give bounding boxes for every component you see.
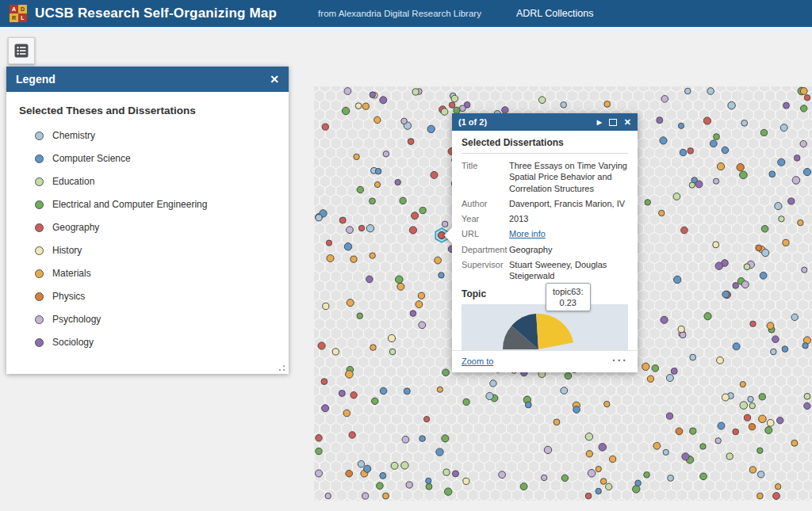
map-dot[interactable] [346,371,354,379]
map-dot[interactable] [653,442,661,449]
map-dot[interactable] [362,493,369,499]
map-dot[interactable] [370,345,377,351]
map-dot[interactable] [391,462,398,469]
map-dot[interactable] [610,456,616,462]
map-dot[interactable] [760,272,767,279]
map-dot[interactable] [635,480,642,486]
legend-header[interactable]: Legend ✕ [6,67,289,92]
map-dot[interactable] [588,470,596,478]
map-dot[interactable] [332,349,339,355]
next-feature-icon[interactable]: ▶ [597,119,602,126]
map-dot[interactable] [644,472,650,479]
map-dot[interactable] [383,493,389,499]
map-dot[interactable] [771,349,777,355]
map-dot[interactable] [325,493,331,498]
map-dot[interactable] [596,488,601,494]
more-info-link[interactable]: More info [509,228,628,239]
popup-header[interactable]: (1 of 2) ▶ ✕ [452,113,638,131]
map-dot[interactable] [380,387,387,395]
map-dot[interactable] [362,103,369,109]
map-dot[interactable] [647,376,653,382]
map-dot[interactable] [666,413,672,419]
map-dot[interactable] [681,227,688,234]
map-dot[interactable] [364,465,371,472]
map-dot[interactable] [757,493,764,499]
maximize-icon[interactable] [609,119,617,126]
map-dot[interactable] [760,129,767,135]
map-dot[interactable] [645,200,650,205]
map-dot[interactable] [728,101,735,109]
map-dot[interactable] [561,387,568,395]
map-dot[interactable] [419,322,426,329]
map-dot[interactable] [388,334,395,341]
topic-pie-chart[interactable]: topic63: 0.23 [462,304,628,350]
map-dot[interactable] [783,239,789,246]
map-dot[interactable] [748,396,753,402]
map-dot[interactable] [759,415,767,423]
map-dot[interactable] [344,243,351,250]
map-dot[interactable] [756,245,762,251]
map-dot[interactable] [499,471,506,479]
map-dot[interactable] [779,216,784,222]
map-dot[interactable] [355,103,362,109]
map-dot[interactable] [791,314,798,320]
map-dot[interactable] [757,448,763,453]
map-dot[interactable] [666,375,673,382]
map-dot[interactable] [707,88,714,95]
map-dot[interactable] [660,137,667,144]
map-dot[interactable] [776,484,781,490]
map-dot[interactable] [339,217,346,223]
map-dot[interactable] [383,151,389,157]
map-dot[interactable] [726,453,733,460]
map-dot[interactable] [671,368,677,374]
legend-toggle-button[interactable] [8,37,35,64]
map-dot[interactable] [350,392,357,399]
map-dot[interactable] [358,461,364,467]
map-dot[interactable] [690,354,696,360]
map-dot[interactable] [426,478,431,483]
adrl-collections-link[interactable]: ADRL Collections [516,8,594,19]
map-dot[interactable] [750,321,756,326]
map-dot[interactable] [372,398,378,404]
map-dot[interactable] [585,493,592,499]
map-dot[interactable] [426,483,432,490]
map-dot[interactable] [427,125,435,132]
map-dot[interactable] [782,346,788,353]
map-dot[interactable] [316,215,322,221]
map-dot[interactable] [767,419,774,426]
map-dot[interactable] [374,181,380,187]
map-dot[interactable] [685,88,691,94]
map-dot[interactable] [678,326,684,333]
map-dot[interactable] [408,139,414,145]
map-dot[interactable] [633,486,640,493]
map-dot[interactable] [778,158,785,166]
map-dot[interactable] [802,267,807,273]
map-dot[interactable] [561,475,568,481]
map-dot[interactable] [740,402,748,410]
map-dot[interactable] [722,147,729,154]
map-dot[interactable] [357,313,363,319]
map-dot[interactable] [744,414,750,421]
map-dot[interactable] [804,402,810,409]
map-dot[interactable] [561,102,567,109]
map-dot[interactable] [463,399,469,405]
map-dot[interactable] [673,193,680,200]
close-icon[interactable]: ✕ [270,74,279,85]
map-dot[interactable] [668,475,674,482]
map-dot[interactable] [663,449,668,455]
map-dot[interactable] [349,432,355,438]
map-dot[interactable] [733,343,740,350]
map-dot[interactable] [389,349,396,355]
map-dot[interactable] [604,101,611,108]
map-dot[interactable] [486,392,493,399]
map-dot[interactable] [410,311,416,317]
map-dot[interactable] [344,88,351,95]
map-dot[interactable] [791,440,798,446]
map-dot[interactable] [758,471,764,478]
map-dot[interactable] [326,240,331,246]
map-dot[interactable] [463,478,469,484]
map-dot[interactable] [544,446,551,453]
map-dot[interactable] [435,257,442,264]
map-dot[interactable] [343,410,350,417]
map-dot[interactable] [741,281,749,288]
